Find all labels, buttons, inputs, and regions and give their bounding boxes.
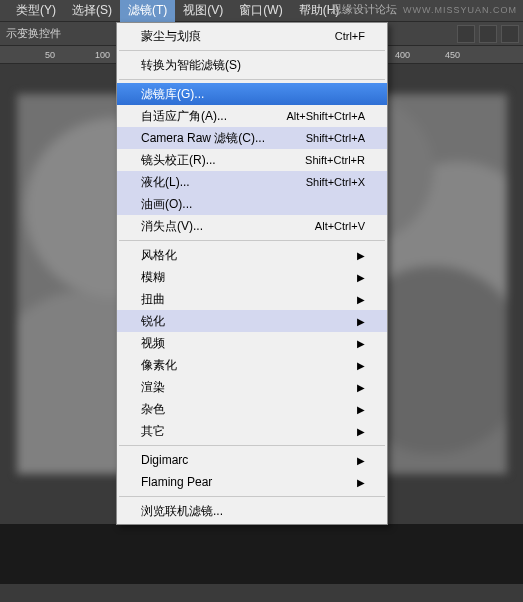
menu-item[interactable]: 滤镜库(G)... [117,83,387,105]
menu-separator [119,496,385,497]
menu-item[interactable]: Digimarc▶ [117,449,387,471]
menubar-item[interactable]: 选择(S) [64,0,120,22]
menu-item-shortcut: Ctrl+F [335,30,365,42]
chevron-right-icon: ▶ [357,477,365,488]
menu-item[interactable]: 消失点(V)...Alt+Ctrl+V [117,215,387,237]
chevron-right-icon: ▶ [357,294,365,305]
menu-item[interactable]: 转换为智能滤镜(S) [117,54,387,76]
menu-item-label: 渲染 [141,379,165,396]
menu-item-label: Flaming Pear [141,475,212,489]
menu-item-label: Digimarc [141,453,188,467]
chevron-right-icon: ▶ [357,316,365,327]
menu-item-label: 转换为智能滤镜(S) [141,57,241,74]
menu-separator [119,445,385,446]
menu-item-shortcut: Alt+Ctrl+V [315,220,365,232]
toolbar-align-group [457,25,523,43]
chevron-right-icon: ▶ [357,404,365,415]
menu-separator [119,50,385,51]
filter-menu-dropdown: 蒙尘与划痕Ctrl+F转换为智能滤镜(S)滤镜库(G)...自适应广角(A)..… [116,22,388,525]
menu-item[interactable]: 蒙尘与划痕Ctrl+F [117,25,387,47]
watermark-text: 思缘设计论坛 [331,2,397,17]
chevron-right-icon: ▶ [357,360,365,371]
menu-item-shortcut: Alt+Shift+Ctrl+A [286,110,365,122]
menu-item[interactable]: 视频▶ [117,332,387,354]
menu-item[interactable]: 渲染▶ [117,376,387,398]
menu-item-label: Camera Raw 滤镜(C)... [141,130,265,147]
menu-item-label: 液化(L)... [141,174,190,191]
menu-item[interactable]: 油画(O)... [117,193,387,215]
menu-item-label: 扭曲 [141,291,165,308]
watermark: 思缘设计论坛 WWW.MISSYUAN.COM [331,2,517,17]
menu-item[interactable]: 像素化▶ [117,354,387,376]
menubar-item[interactable]: 类型(Y) [8,0,64,22]
menu-item-shortcut: Shift+Ctrl+X [306,176,365,188]
menu-item-label: 消失点(V)... [141,218,203,235]
menu-item-shortcut: Shift+Ctrl+A [306,132,365,144]
menu-item[interactable]: 风格化▶ [117,244,387,266]
ruler-tick: 450 [445,50,460,60]
menu-item-label: 油画(O)... [141,196,192,213]
menu-item-label: 视频 [141,335,165,352]
chevron-right-icon: ▶ [357,382,365,393]
show-transform-controls-label: 示变换控件 [6,26,61,41]
menu-item-label: 蒙尘与划痕 [141,28,201,45]
menu-item[interactable]: 浏览联机滤镜... [117,500,387,522]
menu-item-label: 像素化 [141,357,177,374]
menu-item[interactable]: 模糊▶ [117,266,387,288]
menu-item-shortcut: Shift+Ctrl+R [305,154,365,166]
menu-separator [119,240,385,241]
menu-item-label: 风格化 [141,247,177,264]
align-icon[interactable] [501,25,519,43]
menu-item-label: 浏览联机滤镜... [141,503,223,520]
menu-item-label: 杂色 [141,401,165,418]
align-icon[interactable] [479,25,497,43]
menu-item[interactable]: 其它▶ [117,420,387,442]
menu-item-label: 自适应广角(A)... [141,108,227,125]
menubar-item[interactable]: 窗口(W) [231,0,290,22]
ruler-tick: 50 [45,50,55,60]
chevron-right-icon: ▶ [357,455,365,466]
menubar-item[interactable]: 滤镜(T) [120,0,175,22]
menu-item-label: 其它 [141,423,165,440]
chevron-right-icon: ▶ [357,250,365,261]
menu-item-label: 锐化 [141,313,165,330]
menu-item[interactable]: 扭曲▶ [117,288,387,310]
menu-item[interactable]: 自适应广角(A)...Alt+Shift+Ctrl+A [117,105,387,127]
chevron-right-icon: ▶ [357,272,365,283]
menu-item[interactable]: 镜头校正(R)...Shift+Ctrl+R [117,149,387,171]
menu-item-label: 镜头校正(R)... [141,152,216,169]
menu-item-label: 滤镜库(G)... [141,86,204,103]
pasteboard [0,524,523,584]
menu-item[interactable]: Flaming Pear▶ [117,471,387,493]
ruler-tick: 100 [95,50,110,60]
ruler-tick: 400 [395,50,410,60]
menu-item[interactable]: Camera Raw 滤镜(C)...Shift+Ctrl+A [117,127,387,149]
menu-item[interactable]: 液化(L)...Shift+Ctrl+X [117,171,387,193]
menu-separator [119,79,385,80]
chevron-right-icon: ▶ [357,338,365,349]
align-icon[interactable] [457,25,475,43]
menubar-item[interactable]: 视图(V) [175,0,231,22]
menu-item[interactable]: 锐化▶ [117,310,387,332]
menu-item[interactable]: 杂色▶ [117,398,387,420]
watermark-url: WWW.MISSYUAN.COM [403,5,517,15]
menu-item-label: 模糊 [141,269,165,286]
chevron-right-icon: ▶ [357,426,365,437]
